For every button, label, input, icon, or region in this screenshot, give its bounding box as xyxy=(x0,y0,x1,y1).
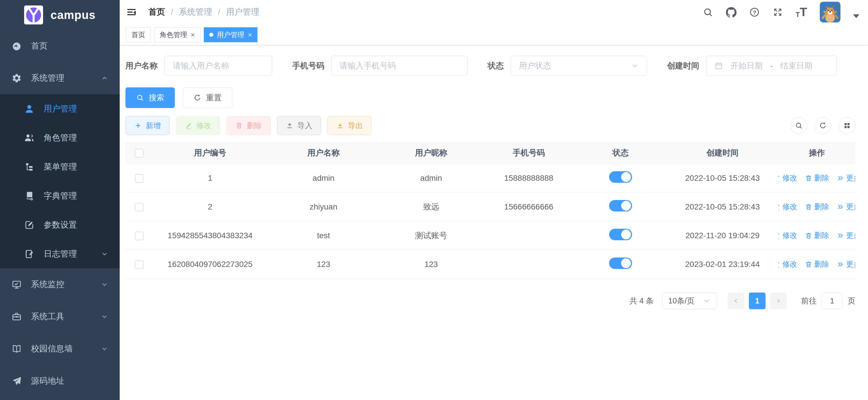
help-icon[interactable] xyxy=(749,7,760,18)
pencil-icon xyxy=(185,122,192,129)
sidebar-fold-icon[interactable] xyxy=(126,7,137,18)
column-settings-button[interactable] xyxy=(839,117,856,134)
goto-label: 前往 xyxy=(801,296,817,306)
reset-button[interactable]: 重置 xyxy=(183,87,232,108)
row-delete-link[interactable]: 删除 xyxy=(805,173,829,183)
username-input[interactable]: 请输入用户名称 xyxy=(164,56,272,76)
trash-icon xyxy=(805,232,812,239)
prev-page-button[interactable] xyxy=(727,292,744,309)
search-icon[interactable] xyxy=(703,7,713,18)
status-toggle[interactable] xyxy=(609,257,632,269)
upload-icon xyxy=(286,122,293,129)
row-more-link[interactable]: 更多 xyxy=(837,173,856,183)
sidebar-item-system-tools[interactable]: 系统工具 xyxy=(0,301,120,333)
row-more-link[interactable]: 更多 xyxy=(837,202,856,212)
pagination: 共 4 条 10条/页 1 前往 1 页 xyxy=(125,292,856,309)
table-row: 2 zhiyuan 致远 15666666666 2022-10-05 15:2… xyxy=(125,193,856,221)
sidebar-item-system-monitor[interactable]: 系统监控 xyxy=(0,268,120,301)
sidebar-item-system-management[interactable]: 系统管理 xyxy=(0,62,120,94)
row-more-link[interactable]: 更多 xyxy=(837,230,856,240)
row-edit-link[interactable]: 修改 xyxy=(778,230,797,240)
row-more-link[interactable]: 更多 xyxy=(837,259,856,269)
sidebar-item-role-management[interactable]: 角色管理 xyxy=(0,123,120,152)
table-row: 1620804097062273025 123 123 2023-02-01 2… xyxy=(125,250,856,279)
row-checkbox[interactable] xyxy=(135,203,144,211)
pencil-icon xyxy=(778,174,780,182)
sidebar-item-source-code[interactable]: 源码地址 xyxy=(0,365,120,397)
font-size-icon[interactable]: TT xyxy=(796,6,807,18)
current-page[interactable]: 1 xyxy=(749,292,766,309)
tree-icon xyxy=(24,162,34,172)
page-unit-label: 页 xyxy=(848,296,856,306)
tab-role-management[interactable]: 角色管理 × xyxy=(154,27,200,42)
phone-label: 手机号码 xyxy=(292,60,324,71)
page-size-select[interactable]: 10条/页 xyxy=(662,292,717,309)
chevron-down-icon xyxy=(101,345,108,352)
row-edit-link[interactable]: 修改 xyxy=(778,173,797,183)
status-toggle[interactable] xyxy=(609,200,632,211)
row-checkbox[interactable] xyxy=(135,174,144,183)
filter-create-time: 创建时间 开始日期 - 结束日期 xyxy=(667,56,837,76)
close-icon[interactable]: × xyxy=(191,31,195,38)
users-icon xyxy=(24,133,34,143)
double-arrow-right-icon xyxy=(837,174,844,182)
show-search-button[interactable] xyxy=(790,117,807,134)
sidebar-submenu-system: 用户管理 角色管理 菜单管理 字典管理 参数设置 日志管理 xyxy=(0,94,120,268)
sidebar-item-menu-management[interactable]: 菜单管理 xyxy=(0,152,120,181)
close-icon[interactable]: × xyxy=(248,31,252,38)
tags-view-bar: 首页 角色管理 × 用户管理 × xyxy=(120,24,868,46)
row-edit-link[interactable]: 修改 xyxy=(778,202,797,212)
dashboard-icon xyxy=(11,41,22,51)
username-label: 用户名称 xyxy=(125,60,158,71)
tab-home[interactable]: 首页 xyxy=(126,27,151,42)
sidebar-item-home[interactable]: 首页 xyxy=(0,30,120,62)
table-toolbar: 新增 修改 删除 导入 导出 xyxy=(125,116,856,135)
toolbox-icon xyxy=(11,312,22,322)
select-all-checkbox[interactable] xyxy=(135,149,144,158)
status-toggle[interactable] xyxy=(609,171,632,183)
date-range-picker[interactable]: 开始日期 - 结束日期 xyxy=(706,56,837,76)
delete-button[interactable]: 删除 xyxy=(226,116,271,135)
row-checkbox[interactable] xyxy=(135,260,144,269)
edit-button[interactable]: 修改 xyxy=(176,116,220,135)
row-edit-link[interactable]: 修改 xyxy=(778,259,797,269)
tab-user-management[interactable]: 用户管理 × xyxy=(204,27,257,42)
sidebar-item-dict-management[interactable]: 字典管理 xyxy=(0,181,120,210)
status-select[interactable]: 用户状态 xyxy=(510,56,647,76)
monitor-icon xyxy=(11,279,22,290)
import-button[interactable]: 导入 xyxy=(277,116,321,135)
filter-phone: 手机号码 请输入手机号码 xyxy=(292,56,468,76)
chevron-down-icon xyxy=(101,313,108,320)
plus-icon xyxy=(134,122,142,129)
add-button[interactable]: 新增 xyxy=(125,116,169,135)
goto-page-input[interactable]: 1 xyxy=(822,292,842,309)
github-icon[interactable] xyxy=(726,7,737,18)
breadcrumb-system: 系统管理 xyxy=(179,6,212,18)
phone-input[interactable]: 请输入手机号码 xyxy=(331,56,468,76)
chevron-down-icon xyxy=(101,250,108,258)
table-tools xyxy=(790,117,856,134)
avatar[interactable] xyxy=(820,2,840,22)
chevron-down-icon xyxy=(101,281,108,288)
next-page-button[interactable] xyxy=(770,292,787,309)
breadcrumb-home[interactable]: 首页 xyxy=(148,6,165,18)
search-button[interactable]: 搜索 xyxy=(125,87,175,108)
sidebar-item-log-management[interactable]: 日志管理 xyxy=(0,239,120,268)
caret-down-icon[interactable] xyxy=(853,15,859,18)
gear-icon xyxy=(11,73,22,83)
row-delete-link[interactable]: 删除 xyxy=(805,259,829,269)
export-button[interactable]: 导出 xyxy=(328,116,372,135)
status-toggle[interactable] xyxy=(609,229,632,240)
fullscreen-icon[interactable] xyxy=(772,7,783,18)
logo[interactable]: campus xyxy=(0,0,120,30)
search-actions: 搜索 重置 xyxy=(125,87,856,108)
refresh-table-button[interactable] xyxy=(815,117,831,134)
sidebar-item-param-settings[interactable]: 参数设置 xyxy=(0,210,120,239)
row-delete-link[interactable]: 删除 xyxy=(805,202,829,212)
page-content: 用户名称 请输入用户名称 手机号码 请输入手机号码 状态 用户状态 创建时间 xyxy=(120,46,868,400)
row-checkbox[interactable] xyxy=(135,232,144,240)
sidebar-item-user-management[interactable]: 用户管理 xyxy=(0,94,120,123)
row-delete-link[interactable]: 删除 xyxy=(805,230,829,240)
pencil-icon xyxy=(778,261,780,268)
sidebar-item-campus-wall[interactable]: 校园信息墙 xyxy=(0,333,120,365)
